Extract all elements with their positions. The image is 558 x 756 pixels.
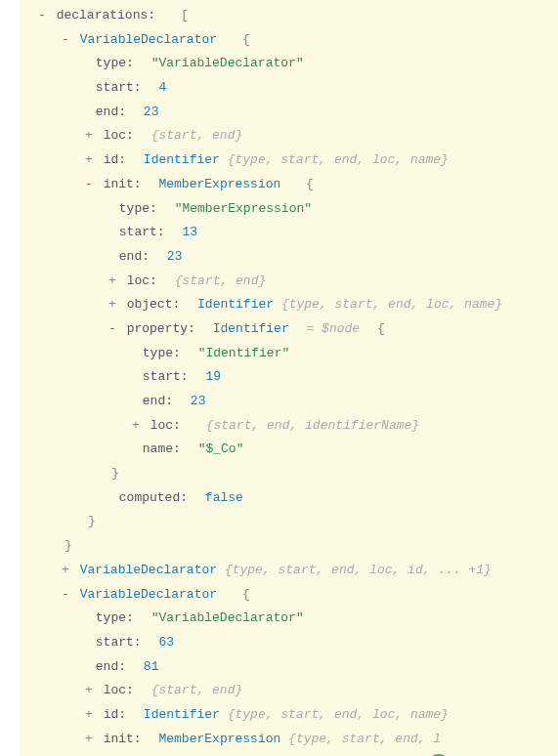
close-brace: }: [20, 462, 558, 486]
expand-icon[interactable]: +: [129, 414, 143, 439]
collapse-icon[interactable]: -: [59, 28, 72, 53]
collapse-icon[interactable]: -: [59, 583, 72, 608]
prop-loc[interactable]: + loc: {start, end}: [20, 270, 558, 294]
expand-icon[interactable]: +: [82, 679, 96, 703]
prop-id[interactable]: + id: Identifier {type, start, end, loc,…: [20, 148, 558, 173]
close-brace: }: [20, 534, 558, 559]
key-declarations: declarations: [57, 8, 149, 22]
prop-end[interactable]: end: 23: [20, 245, 558, 270]
ast-tree-viewer: - declarations: [ - VariableDeclarator {…: [20, 0, 558, 756]
prop-start[interactable]: start: 4: [20, 76, 558, 101]
collapsed-preview: {type, start, end, loc, name}: [228, 152, 449, 167]
value-number: 23: [144, 105, 159, 119]
prop-type[interactable]: type: "MemberExpression": [20, 197, 558, 222]
node-vardecl-1[interactable]: + VariableDeclarator {type, start, end, …: [20, 559, 558, 583]
collapsed-preview: {start, end}: [151, 128, 243, 143]
prop-id[interactable]: + id: Identifier {type, start, end, loc,…: [20, 703, 558, 728]
expand-icon[interactable]: +: [82, 124, 96, 148]
prop-init[interactable]: - init: MemberExpression {: [20, 173, 558, 197]
prop-computed[interactable]: computed: false: [20, 486, 558, 511]
prop-property[interactable]: - property: Identifier = $node {: [20, 317, 558, 342]
expand-icon[interactable]: +: [82, 148, 96, 173]
value-string: "VariableDeclarator": [151, 56, 304, 70]
prop-start[interactable]: start: 13: [20, 221, 558, 245]
prop-loc[interactable]: + loc: {start, end, identifierName}: [20, 414, 558, 439]
node-vardecl-2[interactable]: - VariableDeclarator {: [20, 583, 558, 608]
prop-start[interactable]: start: 63: [20, 631, 558, 655]
prop-start[interactable]: start: 19: [20, 365, 558, 390]
prop-end[interactable]: end: 23: [20, 390, 558, 414]
prop-end[interactable]: end: 81: [20, 655, 558, 680]
expand-icon[interactable]: +: [106, 293, 119, 317]
prop-type[interactable]: type: "Identifier": [20, 342, 558, 366]
type-label: VariableDeclarator: [80, 32, 217, 47]
expand-icon[interactable]: +: [82, 728, 96, 752]
collapse-icon[interactable]: -: [82, 173, 96, 197]
expand-icon[interactable]: +: [106, 270, 119, 294]
expand-icon[interactable]: +: [59, 559, 72, 583]
expand-icon[interactable]: +: [82, 703, 96, 728]
prop-init[interactable]: + init: MemberExpression {type, start, e…: [20, 728, 558, 752]
prop-type[interactable]: type: "VariableDeclarator": [20, 607, 558, 631]
prop-object[interactable]: + object: Identifier {type, start, end, …: [20, 293, 558, 317]
close-brace: }: [20, 510, 558, 534]
open-bracket: [: [181, 8, 189, 22]
value-number: 4: [158, 80, 166, 95]
prop-loc[interactable]: + loc: {start, end}: [20, 124, 558, 148]
node-vardecl-0[interactable]: - VariableDeclarator {: [20, 28, 558, 53]
prop-end[interactable]: end: 23: [20, 101, 558, 125]
collapse-icon[interactable]: -: [35, 4, 49, 28]
collapse-icon[interactable]: -: [106, 317, 119, 342]
node-declarations[interactable]: - declarations: [: [20, 4, 558, 28]
node-tag: = $node: [307, 321, 361, 336]
value-keyword: false: [205, 490, 243, 505]
open-brace: {: [242, 32, 250, 47]
prop-loc[interactable]: + loc: {start, end}: [20, 679, 558, 703]
prop-name[interactable]: name: "$_Co": [20, 438, 558, 462]
prop-type[interactable]: type: "VariableDeclarator": [20, 52, 558, 76]
